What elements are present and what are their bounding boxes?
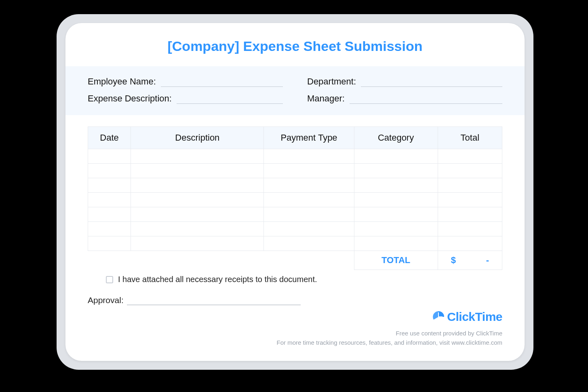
expense-description-field: Expense Description:: [88, 93, 283, 104]
table-cell[interactable]: [354, 236, 438, 251]
table-cell[interactable]: [264, 222, 354, 236]
table-cell[interactable]: [88, 149, 131, 164]
logo-text: ClickTime: [447, 310, 502, 324]
table-cell[interactable]: [438, 207, 502, 222]
receipts-confirmation: I have attached all necessary receipts t…: [65, 270, 525, 284]
footer-attribution: Free use content provided by ClickTime F…: [276, 329, 502, 348]
table-cell[interactable]: [131, 149, 264, 164]
employee-name-field: Employee Name:: [88, 76, 283, 87]
table-cell[interactable]: [438, 178, 502, 193]
table-cell[interactable]: [131, 164, 264, 178]
department-input[interactable]: [361, 78, 502, 87]
table-cell[interactable]: [88, 222, 131, 236]
footer-line-1: Free use content provided by ClickTime: [276, 329, 502, 338]
table-row: [88, 178, 502, 193]
table-cell[interactable]: [438, 222, 502, 236]
clock-icon: [432, 311, 445, 323]
table-cell[interactable]: [354, 149, 438, 164]
expense-table-section: Date Description Payment Type Category T…: [65, 115, 525, 270]
clicktime-logo: ClickTime: [432, 310, 502, 324]
manager-field: Manager:: [307, 93, 502, 104]
table-cell[interactable]: [131, 178, 264, 193]
table-row: [88, 149, 502, 164]
device-frame: [Company] Expense Sheet Submission Emplo…: [57, 14, 533, 370]
svg-rect-0: [438, 312, 439, 317]
table-cell[interactable]: [264, 178, 354, 193]
total-row: TOTAL $ -: [88, 251, 502, 270]
table-cell[interactable]: [264, 149, 354, 164]
approval-field: Approval:: [65, 284, 525, 305]
page-title: [Company] Expense Sheet Submission: [65, 23, 525, 66]
footer-line-2: For more time tracking resources, featur…: [276, 338, 502, 347]
table-cell[interactable]: [354, 178, 438, 193]
approval-input[interactable]: [127, 296, 301, 305]
total-value: -: [486, 255, 489, 266]
header-category: Category: [354, 127, 438, 149]
approval-label: Approval:: [88, 295, 124, 305]
table-cell[interactable]: [88, 178, 131, 193]
department-label: Department:: [307, 76, 356, 87]
table-cell[interactable]: [264, 236, 354, 251]
department-field: Department:: [307, 76, 502, 87]
expense-sheet: [Company] Expense Sheet Submission Emplo…: [65, 23, 525, 361]
header-total: Total: [438, 127, 502, 149]
manager-input[interactable]: [350, 95, 502, 104]
total-label: TOTAL: [354, 251, 438, 270]
table-cell[interactable]: [88, 236, 131, 251]
expense-description-input[interactable]: [177, 95, 283, 104]
table-cell[interactable]: [438, 149, 502, 164]
table-row: [88, 193, 502, 207]
employee-name-input[interactable]: [161, 78, 283, 87]
table-row: [88, 222, 502, 236]
svg-rect-1: [439, 316, 443, 317]
expense-table: Date Description Payment Type Category T…: [88, 126, 502, 270]
table-cell[interactable]: [354, 207, 438, 222]
table-cell[interactable]: [131, 236, 264, 251]
table-cell[interactable]: [264, 164, 354, 178]
expense-description-label: Expense Description:: [88, 93, 172, 104]
header-payment-type: Payment Type: [264, 127, 354, 149]
header-date: Date: [88, 127, 131, 149]
table-cell[interactable]: [354, 164, 438, 178]
table-cell[interactable]: [131, 193, 264, 207]
header-description: Description: [131, 127, 264, 149]
table-cell[interactable]: [88, 207, 131, 222]
table-row: [88, 236, 502, 251]
table-header-row: Date Description Payment Type Category T…: [88, 127, 502, 149]
table-cell[interactable]: [264, 207, 354, 222]
table-cell[interactable]: [88, 193, 131, 207]
table-cell[interactable]: [438, 164, 502, 178]
table-cell[interactable]: [354, 222, 438, 236]
receipts-checkbox[interactable]: [106, 276, 113, 283]
table-cell[interactable]: [438, 193, 502, 207]
total-currency: $: [451, 255, 456, 266]
table-row: [88, 207, 502, 222]
employee-info-section: Employee Name: Department: Expense Descr…: [65, 66, 525, 115]
table-cell[interactable]: [131, 222, 264, 236]
manager-label: Manager:: [307, 93, 345, 104]
receipts-checkbox-label: I have attached all necessary receipts t…: [118, 275, 317, 284]
total-amount-cell: $ -: [438, 251, 502, 270]
employee-name-label: Employee Name:: [88, 76, 156, 87]
table-cell[interactable]: [354, 193, 438, 207]
table-cell[interactable]: [131, 207, 264, 222]
table-cell[interactable]: [438, 236, 502, 251]
table-cell[interactable]: [264, 193, 354, 207]
table-row: [88, 164, 502, 178]
table-cell[interactable]: [88, 164, 131, 178]
